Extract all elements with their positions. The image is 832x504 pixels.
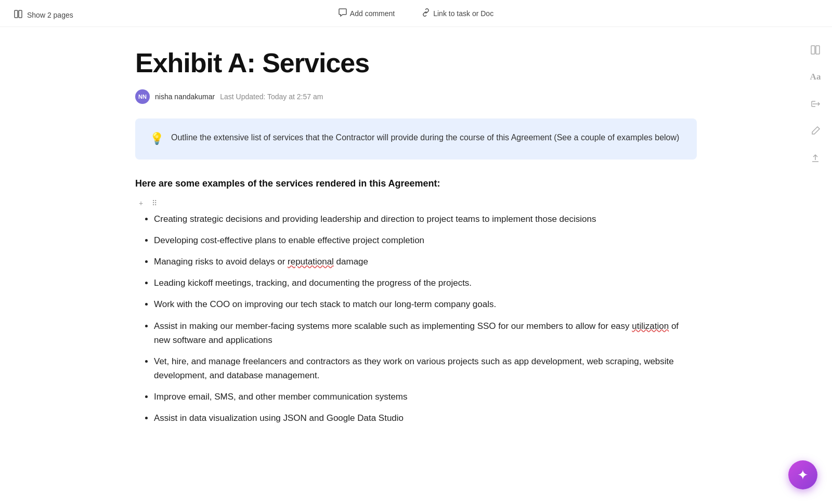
block-controls: + ⠿ <box>135 197 697 209</box>
list-item: Work with the COO on improving our tech … <box>154 297 697 311</box>
callout-icon: 💡 <box>150 131 164 147</box>
list-item: Leading kickoff meetings, tracking, and … <box>154 276 697 290</box>
fab-icon: ✦ <box>797 467 809 483</box>
list-item: Assist in data visualization using JSON … <box>154 411 697 425</box>
drag-handle-button[interactable]: ⠿ <box>149 197 160 209</box>
upload-icon[interactable] <box>807 150 824 166</box>
svg-rect-3 <box>816 46 820 54</box>
right-sidebar: Aa <box>807 42 824 166</box>
list-item: Improve email, SMS, and other member com… <box>154 390 697 404</box>
link-button[interactable]: Link to task or Doc <box>417 5 499 21</box>
edit-icon[interactable] <box>807 123 824 139</box>
svg-rect-2 <box>811 46 815 54</box>
author-row: NN nisha nandakumar Last Updated: Today … <box>135 89 697 104</box>
pages-icon <box>14 9 23 20</box>
add-block-button[interactable]: + <box>135 197 147 209</box>
section-heading: Here are some examples of the services r… <box>135 178 697 189</box>
comment-icon <box>339 8 347 18</box>
ai-fab-button[interactable]: ✦ <box>788 460 817 489</box>
avatar: NN <box>135 89 150 104</box>
list-item: Assist in making our member-facing syste… <box>154 319 697 347</box>
callout-box: 💡 Outline the extensive list of services… <box>135 118 697 160</box>
last-updated: Last Updated: Today at 2:57 am <box>220 92 323 101</box>
layout-icon[interactable] <box>807 42 824 58</box>
link-icon <box>422 8 430 18</box>
show-pages-label: Show 2 pages <box>27 11 73 19</box>
add-comment-button[interactable]: Add comment <box>333 5 400 21</box>
show-pages-button[interactable]: Show 2 pages <box>8 6 79 23</box>
text-format-icon[interactable]: Aa <box>807 69 824 85</box>
svg-rect-1 <box>19 10 22 18</box>
list-item: Managing risks to avoid delays or reputa… <box>154 255 697 269</box>
author-name: nisha nandakumar <box>155 92 215 101</box>
share-icon[interactable] <box>807 96 824 112</box>
callout-text: Outline the extensive list of services t… <box>171 131 679 144</box>
add-comment-label: Add comment <box>350 9 395 18</box>
document-title: Exhibit A: Services <box>135 48 697 79</box>
toolbar: Add comment Link to task or Doc <box>0 0 832 27</box>
list-item: Creating strategic decisions and providi… <box>154 212 697 226</box>
main-content: Exhibit A: Services NN nisha nandakumar … <box>52 27 780 454</box>
list-item: Vet, hire, and manage freelancers and co… <box>154 354 697 382</box>
link-label: Link to task or Doc <box>433 9 493 18</box>
list-item: Developing cost-effective plans to enabl… <box>154 233 697 247</box>
svg-rect-0 <box>15 10 18 18</box>
bullet-list: Creating strategic decisions and providi… <box>135 212 697 426</box>
